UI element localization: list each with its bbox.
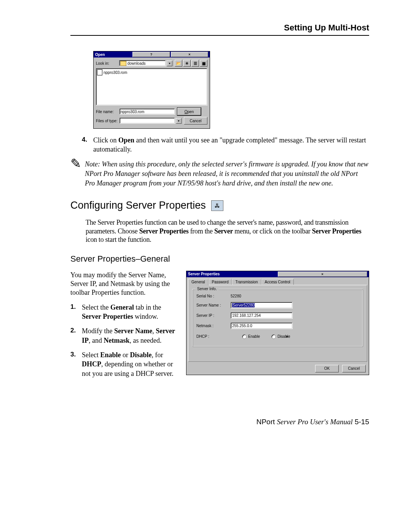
server-ip-input[interactable]: 192.168.127.254	[231, 312, 293, 319]
step-4: 4. Click on Open and then wait until you…	[82, 136, 369, 154]
page-header: Setting Up Multi-Host	[70, 23, 369, 36]
look-in-combo[interactable]: downloads	[119, 60, 166, 66]
filename-input[interactable]: nppro303.rom	[119, 109, 175, 115]
subsection-heading: Server Properties–General	[70, 254, 369, 264]
detail-view-icon[interactable]: ▦	[200, 60, 207, 67]
dhcp-enable-radio[interactable]: Enable	[242, 334, 260, 339]
folder-icon	[120, 61, 126, 66]
intro-p1: You may modify the Server Name, Server I…	[70, 271, 177, 297]
server-properties-icon: 🖧	[211, 200, 223, 211]
netmask-input[interactable]: 255.255.0.0	[231, 323, 293, 329]
new-folder-icon[interactable]: ✳	[183, 60, 191, 67]
cancel-button[interactable]: Cancel	[342, 365, 366, 372]
list-item[interactable]: nppro303.rom	[97, 69, 206, 75]
file-listbox[interactable]: nppro303.rom	[96, 68, 207, 105]
help-icon[interactable]: ?	[132, 52, 170, 57]
list-view-icon[interactable]: ☰	[191, 60, 199, 67]
look-in-dropdown-icon[interactable]: ▼	[167, 61, 172, 66]
file-item-label: nppro303.rom	[104, 70, 127, 75]
ok-button[interactable]: OK	[315, 365, 339, 372]
group-title: Server Info.	[196, 287, 218, 291]
serial-value: 52280	[231, 294, 241, 298]
serial-label: Serial No :	[196, 294, 231, 298]
filetype-combo[interactable]	[119, 118, 175, 124]
sp-title: Server Properties	[188, 272, 277, 276]
tab-access-control[interactable]: Access Control	[261, 279, 294, 285]
server-ip-label: Server IP :	[196, 313, 231, 318]
step-number: 3.	[70, 350, 82, 378]
open-dialog: Open ? × Look in: downloads ▼ 📂 ✳ ☰ ▦	[93, 51, 210, 129]
sp-titlebar: Server Properties ×	[186, 271, 369, 277]
open-button[interactable]: Open	[177, 108, 201, 115]
server-properties-dialog: Server Properties × General Password Tra…	[186, 271, 369, 375]
section-title: Configuring Server Properties	[70, 200, 206, 211]
step-number: 2.	[70, 326, 82, 345]
server-info-group: Server Info. Serial No : 52280 Server Na…	[192, 289, 363, 347]
note-icon: ✎	[70, 157, 81, 170]
tab-general[interactable]: General	[188, 279, 209, 285]
cancel-button[interactable]: Cancel	[184, 117, 207, 125]
note-block: ✎ Note: When using this procedure, only …	[70, 160, 369, 189]
close-icon[interactable]: ×	[278, 272, 368, 277]
open-dialog-title: Open	[95, 53, 132, 57]
tab-transmission[interactable]: Transmission	[232, 279, 261, 285]
filetype-label: Files of type:	[96, 119, 119, 123]
close-icon[interactable]: ×	[171, 52, 208, 57]
server-name-label: Server Name :	[196, 303, 231, 307]
server-name-input[interactable]: Server52280	[231, 302, 293, 308]
note-text: Note: When using this procedure, only th…	[85, 160, 369, 189]
step-number: 4.	[82, 136, 93, 154]
netmask-label: Netmask :	[196, 324, 231, 328]
up-folder-icon[interactable]: 📂	[175, 60, 182, 67]
filetype-dropdown-icon[interactable]: ▼	[176, 118, 182, 124]
step-number: 1.	[70, 303, 82, 321]
section-heading: Configuring Server Properties 🖧	[70, 200, 369, 211]
open-dialog-titlebar: Open ? ×	[94, 51, 210, 58]
intro-paragraph: The Server Properties function can be us…	[86, 218, 369, 244]
tab-password[interactable]: Password	[209, 279, 232, 285]
look-in-value: downloads	[127, 61, 146, 66]
filename-label: File name:	[96, 110, 119, 114]
dhcp-disable-radio[interactable]: Disable	[271, 334, 292, 339]
dhcp-label: DHCP :	[196, 334, 231, 339]
file-icon	[97, 69, 102, 75]
look-in-label: Look in:	[96, 61, 119, 66]
page-footer: NPort Server Pro User's Manual 5-15	[70, 418, 369, 426]
